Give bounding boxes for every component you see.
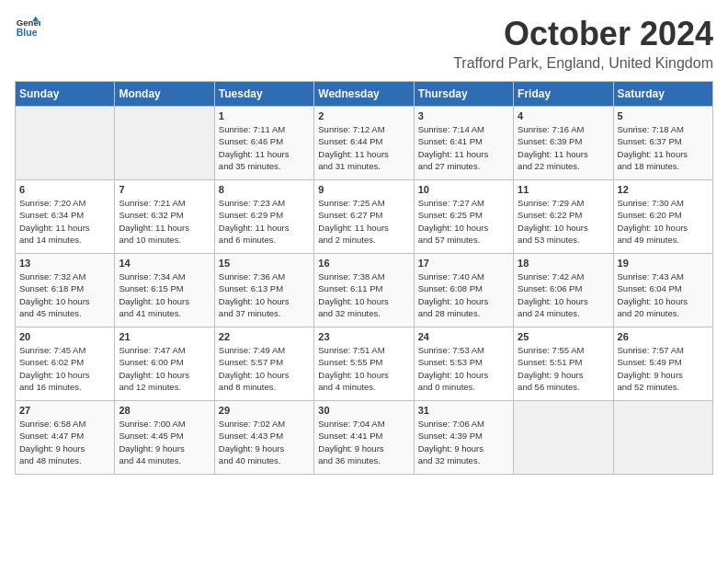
day-number: 8 xyxy=(219,184,310,195)
day-content: Sunrise: 7:32 AM Sunset: 6:18 PM Dayligh… xyxy=(19,270,110,319)
day-content: Sunrise: 7:57 AM Sunset: 5:49 PM Dayligh… xyxy=(618,344,709,393)
calendar-cell xyxy=(514,401,613,475)
day-number: 15 xyxy=(219,258,310,269)
calendar-cell: 7Sunrise: 7:21 AM Sunset: 6:32 PM Daylig… xyxy=(115,180,214,254)
day-content: Sunrise: 7:00 AM Sunset: 4:45 PM Dayligh… xyxy=(119,418,210,466)
day-number: 26 xyxy=(618,331,709,342)
day-number: 24 xyxy=(418,331,509,342)
day-content: Sunrise: 7:42 AM Sunset: 6:06 PM Dayligh… xyxy=(518,270,609,319)
calendar-cell xyxy=(115,107,214,180)
day-content: Sunrise: 7:40 AM Sunset: 6:08 PM Dayligh… xyxy=(418,270,509,319)
day-number: 12 xyxy=(618,184,709,195)
calendar-week-1: 1Sunrise: 7:11 AM Sunset: 6:46 PM Daylig… xyxy=(16,107,713,180)
logo: General Blue xyxy=(15,15,40,40)
day-number: 23 xyxy=(318,331,409,342)
day-content: Sunrise: 7:51 AM Sunset: 5:55 PM Dayligh… xyxy=(318,344,409,393)
day-number: 28 xyxy=(119,405,210,416)
day-number: 9 xyxy=(318,184,409,195)
calendar-cell: 24Sunrise: 7:53 AM Sunset: 5:53 PM Dayli… xyxy=(414,327,513,401)
day-number: 20 xyxy=(19,331,110,342)
col-header-monday: Monday xyxy=(115,82,214,107)
col-header-sunday: Sunday xyxy=(16,82,115,107)
logo-icon: General Blue xyxy=(15,15,40,40)
calendar-table: SundayMondayTuesdayWednesdayThursdayFrid… xyxy=(15,81,713,475)
day-number: 4 xyxy=(518,110,609,121)
calendar-cell: 22Sunrise: 7:49 AM Sunset: 5:57 PM Dayli… xyxy=(214,327,313,401)
calendar-cell: 6Sunrise: 7:20 AM Sunset: 6:34 PM Daylig… xyxy=(16,180,115,254)
day-content: Sunrise: 7:55 AM Sunset: 5:51 PM Dayligh… xyxy=(518,344,609,393)
day-number: 6 xyxy=(19,184,110,195)
day-content: Sunrise: 7:27 AM Sunset: 6:25 PM Dayligh… xyxy=(418,197,509,246)
calendar-cell: 5Sunrise: 7:18 AM Sunset: 6:37 PM Daylig… xyxy=(613,107,712,180)
col-header-tuesday: Tuesday xyxy=(214,82,313,107)
day-content: Sunrise: 7:30 AM Sunset: 6:20 PM Dayligh… xyxy=(618,197,709,246)
day-number: 16 xyxy=(318,258,409,269)
day-number: 5 xyxy=(618,110,709,121)
calendar-week-2: 6Sunrise: 7:20 AM Sunset: 6:34 PM Daylig… xyxy=(16,180,713,254)
day-number: 21 xyxy=(119,331,210,342)
day-number: 30 xyxy=(318,405,409,416)
calendar-cell: 3Sunrise: 7:14 AM Sunset: 6:41 PM Daylig… xyxy=(414,107,513,180)
day-content: Sunrise: 7:06 AM Sunset: 4:39 PM Dayligh… xyxy=(418,418,509,466)
day-content: Sunrise: 7:11 AM Sunset: 6:46 PM Dayligh… xyxy=(219,123,310,172)
calendar-cell: 11Sunrise: 7:29 AM Sunset: 6:22 PM Dayli… xyxy=(514,180,613,254)
day-number: 14 xyxy=(119,258,210,269)
day-content: Sunrise: 7:53 AM Sunset: 5:53 PM Dayligh… xyxy=(418,344,509,393)
calendar-cell: 23Sunrise: 7:51 AM Sunset: 5:55 PM Dayli… xyxy=(314,327,414,401)
calendar-cell: 29Sunrise: 7:02 AM Sunset: 4:43 PM Dayli… xyxy=(214,401,313,475)
day-content: Sunrise: 7:45 AM Sunset: 6:02 PM Dayligh… xyxy=(19,344,110,393)
day-number: 10 xyxy=(418,184,509,195)
day-content: Sunrise: 7:16 AM Sunset: 6:39 PM Dayligh… xyxy=(518,123,609,172)
day-number: 2 xyxy=(318,110,409,121)
day-content: Sunrise: 7:34 AM Sunset: 6:15 PM Dayligh… xyxy=(119,270,210,319)
day-number: 11 xyxy=(518,184,609,195)
calendar-cell: 30Sunrise: 7:04 AM Sunset: 4:41 PM Dayli… xyxy=(314,401,414,475)
calendar-cell: 13Sunrise: 7:32 AM Sunset: 6:18 PM Dayli… xyxy=(16,254,115,327)
calendar-week-4: 20Sunrise: 7:45 AM Sunset: 6:02 PM Dayli… xyxy=(16,327,713,401)
calendar-cell: 4Sunrise: 7:16 AM Sunset: 6:39 PM Daylig… xyxy=(514,107,613,180)
day-number: 7 xyxy=(119,184,210,195)
calendar-cell: 27Sunrise: 6:58 AM Sunset: 4:47 PM Dayli… xyxy=(16,401,115,475)
day-number: 25 xyxy=(518,331,609,342)
calendar-cell: 14Sunrise: 7:34 AM Sunset: 6:15 PM Dayli… xyxy=(115,254,214,327)
calendar-cell: 2Sunrise: 7:12 AM Sunset: 6:44 PM Daylig… xyxy=(314,107,414,180)
day-content: Sunrise: 7:47 AM Sunset: 6:00 PM Dayligh… xyxy=(119,344,210,393)
calendar-cell: 26Sunrise: 7:57 AM Sunset: 5:49 PM Dayli… xyxy=(613,327,712,401)
calendar-cell: 15Sunrise: 7:36 AM Sunset: 6:13 PM Dayli… xyxy=(214,254,313,327)
calendar-cell xyxy=(16,107,115,180)
calendar-cell: 8Sunrise: 7:23 AM Sunset: 6:29 PM Daylig… xyxy=(214,180,313,254)
day-content: Sunrise: 7:43 AM Sunset: 6:04 PM Dayligh… xyxy=(618,270,709,319)
day-content: Sunrise: 7:18 AM Sunset: 6:37 PM Dayligh… xyxy=(618,123,709,172)
calendar-cell: 9Sunrise: 7:25 AM Sunset: 6:27 PM Daylig… xyxy=(314,180,414,254)
day-content: Sunrise: 7:29 AM Sunset: 6:22 PM Dayligh… xyxy=(518,197,609,246)
calendar-cell: 18Sunrise: 7:42 AM Sunset: 6:06 PM Dayli… xyxy=(514,254,613,327)
calendar-cell: 1Sunrise: 7:11 AM Sunset: 6:46 PM Daylig… xyxy=(214,107,313,180)
day-content: Sunrise: 7:21 AM Sunset: 6:32 PM Dayligh… xyxy=(119,197,210,246)
calendar-cell: 21Sunrise: 7:47 AM Sunset: 6:00 PM Dayli… xyxy=(115,327,214,401)
month-title: October 2024 xyxy=(453,15,713,53)
title-block: October 2024 Trafford Park, England, Uni… xyxy=(453,15,713,72)
calendar-cell: 16Sunrise: 7:38 AM Sunset: 6:11 PM Dayli… xyxy=(314,254,414,327)
day-content: Sunrise: 7:20 AM Sunset: 6:34 PM Dayligh… xyxy=(19,197,110,246)
calendar-cell: 20Sunrise: 7:45 AM Sunset: 6:02 PM Dayli… xyxy=(16,327,115,401)
day-content: Sunrise: 7:14 AM Sunset: 6:41 PM Dayligh… xyxy=(418,123,509,172)
day-number: 1 xyxy=(219,110,310,121)
calendar-cell: 25Sunrise: 7:55 AM Sunset: 5:51 PM Dayli… xyxy=(514,327,613,401)
day-content: Sunrise: 7:25 AM Sunset: 6:27 PM Dayligh… xyxy=(318,197,409,246)
day-content: Sunrise: 7:38 AM Sunset: 6:11 PM Dayligh… xyxy=(318,270,409,319)
day-number: 17 xyxy=(418,258,509,269)
day-number: 27 xyxy=(19,405,110,416)
calendar-week-3: 13Sunrise: 7:32 AM Sunset: 6:18 PM Dayli… xyxy=(16,254,713,327)
calendar-cell: 19Sunrise: 7:43 AM Sunset: 6:04 PM Dayli… xyxy=(613,254,712,327)
calendar-header-row: SundayMondayTuesdayWednesdayThursdayFrid… xyxy=(16,82,713,107)
page-header: General Blue October 2024 Trafford Park,… xyxy=(15,15,713,72)
calendar-cell: 28Sunrise: 7:00 AM Sunset: 4:45 PM Dayli… xyxy=(115,401,214,475)
day-number: 31 xyxy=(418,405,509,416)
day-number: 29 xyxy=(219,405,310,416)
calendar-cell: 31Sunrise: 7:06 AM Sunset: 4:39 PM Dayli… xyxy=(414,401,513,475)
day-content: Sunrise: 7:12 AM Sunset: 6:44 PM Dayligh… xyxy=(318,123,409,172)
col-header-thursday: Thursday xyxy=(414,82,513,107)
day-content: Sunrise: 7:04 AM Sunset: 4:41 PM Dayligh… xyxy=(318,418,409,466)
col-header-saturday: Saturday xyxy=(613,82,712,107)
calendar-cell: 12Sunrise: 7:30 AM Sunset: 6:20 PM Dayli… xyxy=(613,180,712,254)
